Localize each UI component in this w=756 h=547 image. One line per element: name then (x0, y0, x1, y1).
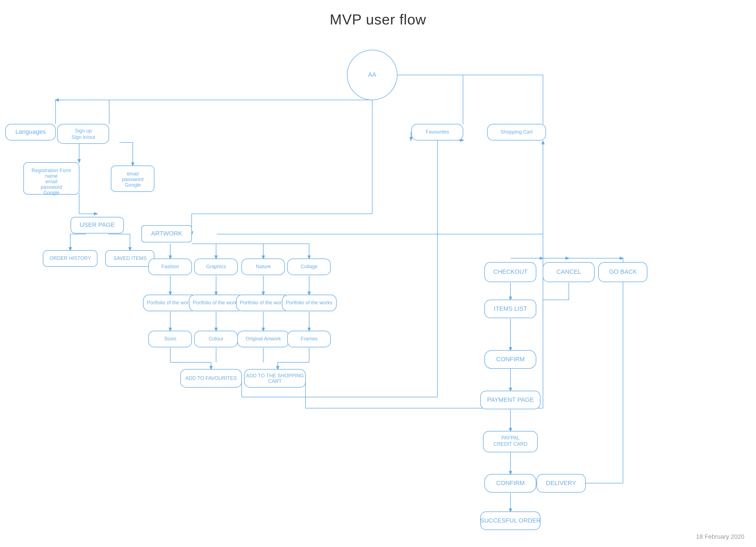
node-saveditems-label: SAVED ITEMS (113, 255, 147, 261)
node-portfolio4-label: Portfolio of the works (286, 300, 332, 305)
node-sizes-label: Sizes (164, 336, 176, 342)
node-graphics-label: Graphics (206, 264, 226, 269)
node-cancel-label: CANCEL (556, 268, 581, 275)
node-addtocart-label2: CART (268, 378, 282, 384)
node-emailpw-label2: password (122, 177, 143, 182)
node-portfolio3-label: Portfolio of the works (240, 300, 287, 305)
node-registration-label3: email (45, 179, 57, 184)
node-portfolio2-label: Portfolio of the works (193, 300, 239, 305)
node-paymentpage-label: PAYMENT PAGE (487, 396, 534, 403)
node-favourites-label: Favourites (426, 129, 449, 135)
node-registration-label1: Registration Form (31, 168, 71, 173)
node-paypal-label2: CREDIT CARD (494, 441, 528, 447)
node-registration-label4: password (41, 184, 62, 190)
node-emailpw-label1: email (127, 171, 139, 177)
node-checkout-label: CHECKOUT (493, 268, 527, 275)
node-colour-label: Colour (209, 336, 223, 342)
node-registration-label5: Google (43, 190, 59, 195)
node-orderhistory-label: ORDER HISTORY (49, 255, 91, 261)
node-signup (57, 124, 109, 144)
node-addtocart-label1: ADD TO THE SHOPPING (246, 373, 304, 378)
node-signup-label2: Sign in/out (71, 134, 95, 140)
node-collage-label: Collage (301, 264, 317, 269)
node-nature-label: Nature (256, 264, 271, 269)
node-artwork-label: ARTWORK (151, 230, 182, 237)
node-confirm2-label: CONFIRM (496, 480, 525, 486)
node-fashion-label: Fashion (161, 264, 179, 269)
node-shoppingcart-label: Shopping Cart (500, 129, 532, 135)
node-registration-label2: name (45, 173, 57, 179)
node-confirm1-label: CONFIRM (496, 356, 525, 363)
node-goback-label: GO BACK (609, 268, 637, 275)
node-itemslist-label: ITEMS LIST (494, 305, 527, 312)
node-paypal-label1: PAYPAL (501, 435, 520, 441)
node-successfulorder-label: SUCCESFUL ORDER (480, 517, 541, 524)
node-signup-label1: Sign up (75, 128, 92, 134)
date-label: 18 February 2020 (696, 533, 744, 540)
diagram-svg: AA Languages Sign up Sign in/out Registr… (0, 0, 756, 547)
node-originalartwork-label: Original Artwork (246, 336, 281, 342)
node-emailpw-label3: Google (125, 182, 141, 188)
node-portfolio1-label: Portfolio of the works (147, 300, 194, 305)
node-languages-label: Languages (16, 128, 46, 135)
node-delivery-label: DELIVERY (546, 480, 576, 486)
node-frames-label: Frames (301, 336, 317, 342)
node-aa-label: AA (368, 71, 376, 78)
node-addtofavourites-label: ADD TO FAVOURITES (185, 375, 237, 381)
node-userpage-label: USER PAGE (80, 221, 115, 228)
